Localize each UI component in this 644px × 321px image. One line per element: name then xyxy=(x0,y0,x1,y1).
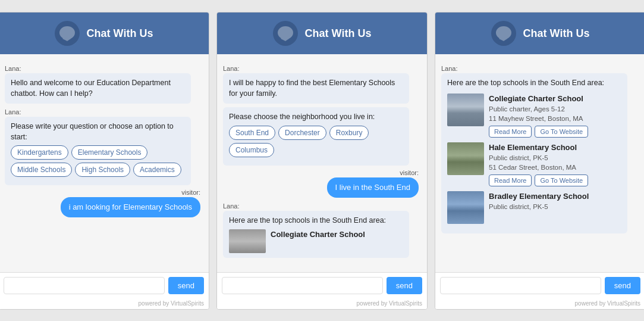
chat-title-3: Chat With Us xyxy=(523,27,590,40)
chat-icon-2 xyxy=(273,21,298,46)
school-info-1: Collegiate Charter School Public charter… xyxy=(489,94,621,138)
school-name-2: Hale Elementary School xyxy=(489,142,621,153)
school-img-1 xyxy=(447,94,484,126)
option-middle[interactable]: Middle Schools xyxy=(11,163,72,177)
powered-by-1: powered by VirtualSpirits xyxy=(0,298,209,309)
option-roxbury[interactable]: Roxbury xyxy=(329,126,369,140)
options-row-1: Kindergartens Elementary Schools Middle … xyxy=(11,145,185,177)
school-card-2: Hale Elementary School Public district, … xyxy=(447,142,621,186)
school-address-1: 11 Mayhew Street, Boston, MA xyxy=(489,114,621,123)
chat-header-1: Chat With Us xyxy=(0,13,209,54)
chat-icon-1 xyxy=(55,21,80,46)
send-button-2[interactable]: send xyxy=(387,277,422,294)
school-address-2: 51 Cedar Street, Boston, MA xyxy=(489,163,621,172)
schools-list: Collegiate Charter School Public charter… xyxy=(447,94,621,225)
bot-bubble-1a: Hello and welcome to our Education Depar… xyxy=(5,73,191,104)
chat-panel-2: Chat With Us Lana: I will be happy to fi… xyxy=(216,12,428,310)
bot-bubble-2b: Please choose the neighborhood you live … xyxy=(223,107,409,166)
neighborhood-options: South End Dorchester Roxbury Columbus xyxy=(229,126,403,157)
chat-input-3[interactable] xyxy=(440,277,601,294)
option-elementary[interactable]: Elementary Schools xyxy=(71,145,148,160)
visitor-label-2: visitor: xyxy=(400,169,419,176)
go-to-website-btn-2[interactable]: Go To Website xyxy=(535,174,588,186)
lana-label-1b: Lana: xyxy=(5,108,200,116)
visitor-label-1: visitor: xyxy=(181,189,200,196)
option-dorchester[interactable]: Dorchester xyxy=(278,126,326,140)
read-more-btn-1[interactable]: Read More xyxy=(489,126,532,138)
send-button-3[interactable]: send xyxy=(605,277,640,294)
option-academics[interactable]: Academics xyxy=(133,163,181,177)
chat-title-2: Chat With Us xyxy=(305,27,372,40)
option-high[interactable]: High Schools xyxy=(75,163,130,177)
chat-title-1: Chat With Us xyxy=(87,27,153,40)
school-img-2 xyxy=(447,142,484,175)
lana-label-2b: Lana: xyxy=(223,202,419,210)
school-card-3: Bradley Elementary School Public distric… xyxy=(447,191,621,224)
chat-body-3[interactable]: Lana: Here are the top schools in the So… xyxy=(435,54,644,272)
chat-body-1[interactable]: Lana: Hello and welcome to our Education… xyxy=(0,54,209,272)
chat-header-2: Chat With Us xyxy=(217,13,427,54)
school-name-3: Bradley Elementary School xyxy=(489,191,621,202)
chat-panel-1: Chat With Us Lana: Hello and welcome to … xyxy=(0,12,209,310)
bot-bubble-2a: I will be happy to find the best Element… xyxy=(223,73,409,104)
lana-label-3: Lana: xyxy=(441,65,637,72)
option-south-end[interactable]: South End xyxy=(229,126,275,140)
school-btns-2: Read More Go To Website xyxy=(489,174,621,186)
powered-by-3: powered by VirtualSpirits xyxy=(435,298,644,309)
powered-by-2: powered by VirtualSpirits xyxy=(217,298,427,309)
user-bubble-1: i am looking for Elementary Schools xyxy=(61,197,200,217)
school-type-2: Public district, PK-5 xyxy=(489,153,621,163)
bot-bubble-3: Here are the top schools in the South En… xyxy=(441,73,627,233)
chat-input-2[interactable] xyxy=(222,277,383,294)
school-card-1: Collegiate Charter School Public charter… xyxy=(447,94,621,138)
chat-icon-3 xyxy=(491,21,516,46)
bot-bubble-2c: Here are the top schools in the South En… xyxy=(223,211,409,258)
lana-label-2a: Lana: xyxy=(223,65,419,72)
chat-footer-1: send xyxy=(0,272,209,298)
chat-input-1[interactable] xyxy=(4,277,165,294)
user-message-row-1: visitor: i am looking for Elementary Sch… xyxy=(5,189,200,217)
chat-header-3: Chat With Us xyxy=(435,13,644,54)
option-columbus[interactable]: Columbus xyxy=(229,143,274,157)
bot-bubble-1b: Please write your question or choose an … xyxy=(5,117,191,185)
school-name-1: Collegiate Charter School xyxy=(489,94,621,104)
school-info-3: Bradley Elementary School Public distric… xyxy=(489,191,621,211)
school-info-2: Hale Elementary School Public district, … xyxy=(489,142,621,186)
school-img-3 xyxy=(447,191,484,224)
send-button-1[interactable]: send xyxy=(168,277,204,294)
chat-footer-3: send xyxy=(435,272,644,298)
user-message-row-2: visitor: I live in the South End xyxy=(223,169,419,198)
school-type-3: Public district, PK-5 xyxy=(489,202,621,211)
chat-body-2[interactable]: Lana: I will be happy to find the best E… xyxy=(217,54,427,272)
chat-panel-3: Chat With Us Lana: Here are the top scho… xyxy=(435,12,644,310)
user-bubble-2: I live in the South End xyxy=(327,177,419,198)
preview-school-name: Collegiate Charter School xyxy=(271,229,403,240)
go-to-website-btn-1[interactable]: Go To Website xyxy=(535,126,588,138)
chat-footer-2: send xyxy=(217,272,427,298)
read-more-btn-2[interactable]: Read More xyxy=(489,174,532,186)
lana-label-1a: Lana: xyxy=(5,65,200,72)
school-btns-1: Read More Go To Website xyxy=(489,126,621,138)
school-type-1: Public charter, Ages 5-12 xyxy=(489,104,621,114)
option-kindergartens[interactable]: Kindergartens xyxy=(11,145,68,160)
